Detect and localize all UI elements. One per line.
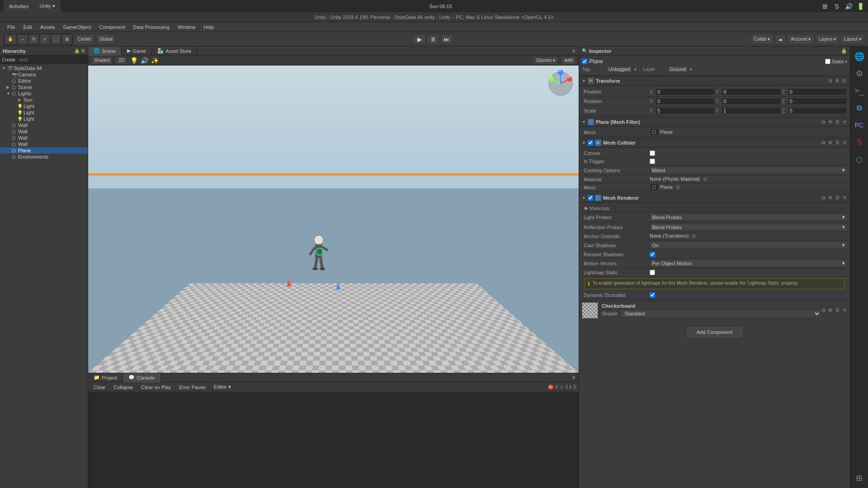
axis-widget[interactable]: X Y Z	[547, 70, 574, 97]
cooking-dropdown[interactable]: Mixed ▾	[650, 166, 847, 174]
mc-close-icon[interactable]: ✕	[842, 140, 847, 145]
hierarchy-item-environments[interactable]: ⬡ Environments	[0, 154, 88, 160]
hierarchy-item-wall1[interactable]: ⬡ Wall	[0, 122, 88, 128]
mat-close-icon[interactable]: ✕	[842, 308, 847, 313]
sidebar-rider-icon[interactable]: PC	[851, 117, 868, 133]
motion-vectors-dropdown[interactable]: Per Object Motion ▾	[650, 259, 847, 267]
transform-menu-icon[interactable]: ☰	[841, 78, 847, 84]
mf-close-icon[interactable]: ✕	[842, 119, 847, 125]
hierarchy-item-lights[interactable]: ▼ ⬡ Lights	[0, 90, 88, 97]
rect-tool-button[interactable]: ⬚	[51, 34, 61, 44]
play-button[interactable]: ▶	[413, 34, 426, 44]
mc-settings-icon[interactable]: ⚙	[827, 140, 833, 145]
material-thumbnail[interactable]	[582, 302, 598, 319]
layout-button[interactable]: Layout ▾	[841, 34, 864, 44]
create-button[interactable]: Create	[2, 57, 15, 62]
panel-close-icon[interactable]: ✕	[571, 48, 576, 54]
move-tool-button[interactable]: ↔	[17, 34, 28, 44]
audio-toggle-icon[interactable]: 🔊	[141, 57, 148, 64]
mesh-renderer-header[interactable]: ▼ ⬡ Mesh Renderer ⧉ ⚙ ☰ ✕	[579, 193, 850, 203]
unity-menu-button[interactable]: Unity ▾	[34, 0, 60, 12]
gizmos-dropdown[interactable]: Gizmos ▾	[533, 56, 558, 65]
menu-file[interactable]: File	[4, 23, 19, 31]
hierarchy-search[interactable]	[17, 56, 86, 64]
hierarchy-item-camera[interactable]: 📷 Camera	[0, 71, 88, 78]
menu-window[interactable]: Window	[174, 23, 199, 31]
mf-menu-icon[interactable]: ☰	[835, 119, 840, 125]
anchor-target-icon[interactable]: ⊙	[692, 233, 696, 239]
account-button[interactable]: Account ▾	[788, 34, 814, 44]
lights-toggle-icon[interactable]: 💡	[130, 57, 138, 64]
project-tab[interactable]: 📁 Project	[88, 373, 123, 382]
step-button[interactable]: ⏭	[440, 34, 453, 44]
sidebar-firefox-icon[interactable]: 🌐	[851, 48, 868, 65]
rotation-z-input[interactable]	[788, 98, 847, 105]
rotate-tool-button[interactable]: ↻	[29, 34, 39, 44]
mf-settings-icon[interactable]: ⚙	[827, 119, 833, 125]
scene-tab[interactable]: 🌐 Scene	[88, 47, 122, 56]
position-z-input[interactable]	[788, 88, 847, 95]
global-button[interactable]: Global	[96, 34, 116, 44]
dynamic-occluded-checkbox[interactable]	[650, 292, 655, 298]
collapse-button[interactable]: Collapse	[111, 384, 136, 390]
position-y-input[interactable]	[721, 88, 781, 95]
mesh-collider-enabled[interactable]	[588, 140, 593, 145]
hierarchy-menu-icon[interactable]: ☰	[81, 48, 85, 53]
sidebar-slack-icon[interactable]: S	[851, 134, 868, 150]
hierarchy-item-plane[interactable]: ⬡ Plane	[0, 147, 88, 154]
hierarchy-item-wall4[interactable]: ⬡ Wall	[0, 141, 88, 147]
hand-tool-button[interactable]: ✋	[5, 34, 16, 44]
scale-z-input[interactable]	[788, 107, 847, 114]
transform-component-header[interactable]: ▼ ⟳ Transform ⧉ ⚙ ☰	[579, 76, 850, 86]
bottom-panel-close-button[interactable]: ✕	[569, 375, 579, 381]
hierarchy-item-sun[interactable]: ☀ Sun	[0, 97, 88, 103]
transform-settings-icon[interactable]: ⚙	[834, 78, 840, 84]
mr-copy-icon[interactable]: ⧉	[821, 195, 826, 201]
hierarchy-item-wall3[interactable]: ⬡ Wall	[0, 135, 88, 141]
hierarchy-item-light2[interactable]: 💡 Light	[0, 109, 88, 116]
collider-material-target-icon[interactable]: ⊙	[703, 176, 707, 182]
hierarchy-lock-icon[interactable]: 🔒	[74, 48, 80, 53]
sidebar-terminal-icon[interactable]: >_	[851, 83, 868, 99]
collab-button[interactable]: Collab ▾	[750, 34, 773, 44]
activities-button[interactable]: Activities	[4, 0, 34, 12]
scale-x-input[interactable]	[655, 107, 715, 114]
rotation-x-input[interactable]	[655, 98, 715, 105]
mr-menu-icon[interactable]: ☰	[835, 195, 840, 201]
hierarchy-item-light1[interactable]: 💡 Light	[0, 103, 88, 109]
sidebar-settings-icon[interactable]: ⚙	[851, 66, 868, 82]
position-x-input[interactable]	[655, 88, 715, 95]
menu-gameobject[interactable]: GameObject	[60, 23, 95, 31]
inspector-lock-icon[interactable]: 🔒	[841, 48, 847, 54]
shader-dropdown[interactable]: Standard	[620, 310, 821, 318]
hierarchy-item-styledata[interactable]: ▼ 🎬 StyleData 84	[0, 65, 88, 71]
menu-assets[interactable]: Assets	[37, 23, 59, 31]
tag-dropdown-arrow[interactable]: ▾	[634, 67, 637, 72]
transform-copy-icon[interactable]: ⧉	[828, 78, 833, 84]
static-dropdown-arrow[interactable]: ▾	[845, 59, 847, 64]
convex-checkbox[interactable]	[650, 150, 655, 156]
sidebar-unity-icon[interactable]: ⬡	[851, 151, 868, 168]
light-probes-dropdown[interactable]: Blend Probes ▾	[650, 213, 847, 221]
rotation-y-input[interactable]	[721, 98, 781, 105]
hierarchy-item-light3[interactable]: 💡 Light	[0, 116, 88, 122]
layers-button[interactable]: Layers ▾	[816, 34, 839, 44]
transform-tool-button[interactable]: ⊞	[62, 34, 72, 44]
console-tab[interactable]: 💬 Console	[123, 373, 160, 382]
editor-dropdown-button[interactable]: Editor ▾	[211, 384, 234, 390]
menu-component[interactable]: Component	[95, 23, 128, 31]
clear-on-play-button[interactable]: Clear on Play	[138, 384, 174, 390]
menu-edit[interactable]: Edit	[20, 23, 36, 31]
lightmap-static-checkbox[interactable]	[650, 270, 655, 275]
shading-mode-dropdown[interactable]: Shaded	[91, 56, 113, 65]
materials-section-header[interactable]: ▶ Materials	[582, 204, 847, 212]
game-tab[interactable]: ▶ Game	[122, 47, 152, 56]
clear-button[interactable]: Clear	[91, 384, 108, 390]
layer-dropdown-arrow[interactable]: ▾	[690, 67, 692, 72]
mr-settings-icon[interactable]: ⚙	[827, 195, 833, 201]
mesh-renderer-enabled[interactable]	[588, 195, 593, 201]
hierarchy-item-scene[interactable]: ▶ ⬡ Scene	[0, 84, 88, 90]
asset-store-tab[interactable]: 🏪 Asset Store	[152, 47, 197, 56]
mc-menu-icon[interactable]: ☰	[835, 140, 840, 145]
add-component-button[interactable]: Add Component	[687, 327, 742, 337]
